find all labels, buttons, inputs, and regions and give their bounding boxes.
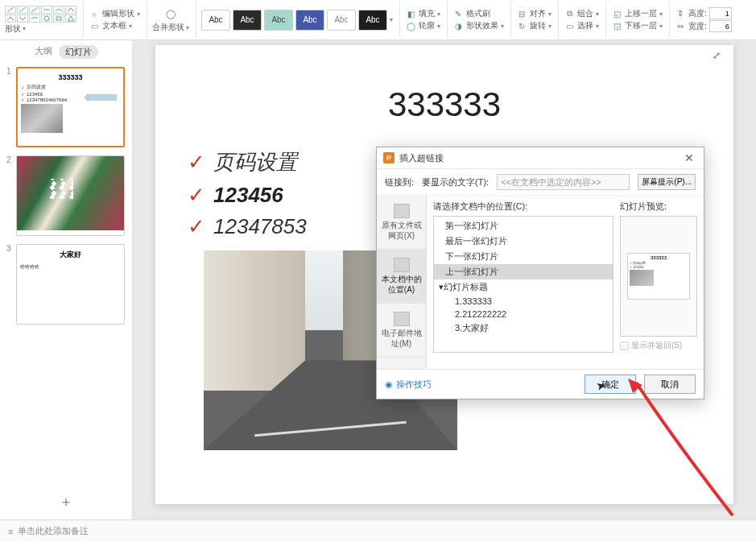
show-return-checkbox: 显示并返回(S) <box>620 340 697 351</box>
align-icon: ⊟ <box>516 8 527 19</box>
nav-this-document[interactable]: 本文档中的位置(A) <box>377 250 426 304</box>
tree-title-3[interactable]: 3.大家好 <box>434 321 613 336</box>
bring-forward-button[interactable]: ◱上移一层▾ <box>611 8 663 19</box>
thumbnail-2[interactable]: 2 <box>6 155 126 236</box>
add-slide-button[interactable]: + <box>0 486 132 519</box>
thumbnail-1[interactable]: 1 333333 ✓页码设置 ✓123456 ✓123478534667964 <box>6 67 126 147</box>
globe-icon <box>394 204 410 218</box>
tree-titles-group[interactable]: ▾幻灯片标题 <box>434 279 613 295</box>
dialog-nav: 原有文件或网页(X) 本文档中的位置(A) 电子邮件地址(M) <box>377 196 427 369</box>
thumb-number: 2 <box>6 155 13 236</box>
text-box-button[interactable]: ▭文本框▾ <box>89 20 140 31</box>
format-painter-button[interactable]: ✎格式刷 <box>452 8 504 19</box>
shape-label[interactable]: 形状▾ <box>5 23 76 35</box>
thumbnail-3[interactable]: 3 大家好 哈哈哈哈 <box>6 244 126 325</box>
bullet-text: 页码设置 <box>213 148 297 176</box>
nav-existing-file[interactable]: 原有文件或网页(X) <box>377 196 426 250</box>
thumb-flower-image <box>17 156 124 230</box>
merge-shapes-button[interactable]: 合并形状▾ <box>152 22 189 33</box>
text-box-icon: ▭ <box>89 20 100 31</box>
cancel-button[interactable]: 取消 <box>644 374 696 394</box>
line-style-grid[interactable] <box>5 6 76 23</box>
notes-placeholder: 单击此处添加备注 <box>18 525 89 537</box>
document-icon <box>394 258 410 272</box>
edit-shape-icon: ⟐ <box>89 8 100 19</box>
tree-next-slide[interactable]: 下一张幻灯片 <box>434 249 613 264</box>
styles-more[interactable]: ▾ <box>390 16 393 23</box>
thumb-title: 333333 <box>21 73 120 81</box>
preview-thumbnail: 333333 ✓ 页码设置 ✓ 123456 <box>627 253 690 300</box>
slides-tab[interactable]: 幻灯片 <box>59 45 98 59</box>
bullet-text: 12347853 <box>213 214 307 239</box>
dialog-body: 原有文件或网页(X) 本文档中的位置(A) 电子邮件地址(M) 请选择文档中的位… <box>377 196 704 369</box>
close-icon[interactable]: ✕ <box>681 151 697 164</box>
style-preset-3[interactable]: Abc <box>264 10 293 31</box>
merge-shapes-group: ◯ 合并形状▾ <box>152 2 196 38</box>
align-button[interactable]: ⊟对齐▾ <box>516 8 552 19</box>
size-group: ⇕高度: ⇔宽度: <box>675 2 738 38</box>
checkmark-icon: ✓ <box>188 183 205 208</box>
height-input[interactable] <box>709 7 732 19</box>
expand-icon[interactable]: ⤢ <box>713 50 721 61</box>
edit-shape-button[interactable]: ⟐编辑形状▾ <box>89 8 140 19</box>
rotate-button[interactable]: ↻旋转▾ <box>516 20 552 31</box>
tree-title-1[interactable]: 1.333333 <box>434 295 613 308</box>
dialog-footer: ◉ 操作技巧 确定 ➤ 取消 <box>377 369 704 399</box>
app-logo-icon: P <box>383 152 395 163</box>
tree-title-2[interactable]: 2.212222222 <box>434 308 613 321</box>
display-text-label: 要显示的文字(T): <box>422 176 489 188</box>
notes-icon: ≡ <box>8 527 13 536</box>
shape-styles-group: Abc Abc Abc Abc Abc Abc ▾ <box>201 2 400 38</box>
edit-shape-group: ⟐编辑形状▾ ▭文本框▾ <box>89 2 147 38</box>
svg-marker-6 <box>68 16 74 21</box>
tree-prev-slide[interactable]: 上一张幻灯片 <box>434 264 613 279</box>
outline-button[interactable]: ◯轮廓▾ <box>405 20 440 31</box>
display-text-input[interactable] <box>497 174 630 190</box>
preview-label: 幻灯片预览: <box>620 201 697 213</box>
screen-tip-button[interactable]: 屏幕提示(P)... <box>638 174 696 190</box>
tree-area: 请选择文档中的位置(C): 第一张幻灯片 最后一张幻灯片 下一张幻灯片 上一张幻… <box>433 201 613 364</box>
shape-effects-button[interactable]: ◑形状效果▾ <box>452 20 504 31</box>
width-input[interactable] <box>709 20 732 32</box>
arrange-group: ⊟对齐▾ ↻旋转▾ <box>516 2 559 38</box>
email-icon <box>394 312 410 326</box>
tree-last-slide[interactable]: 最后一张幻灯片 <box>434 234 613 249</box>
tree-first-slide[interactable]: 第一张幻灯片 <box>434 218 613 234</box>
checkmark-icon: ✓ <box>188 150 205 175</box>
dialog-titlebar[interactable]: P 插入超链接 ✕ <box>377 147 704 169</box>
notes-bar[interactable]: ≡ 单击此处添加备注 <box>0 519 756 542</box>
style-preset-5[interactable]: Abc <box>327 10 356 31</box>
style-preset-4[interactable]: Abc <box>295 10 324 31</box>
send-backward-button[interactable]: ◲下移一层▾ <box>611 20 663 31</box>
dialog-middle: 请选择文档中的位置(C): 第一张幻灯片 最后一张幻灯片 下一张幻灯片 上一张幻… <box>427 196 704 369</box>
outline-icon: ◯ <box>405 20 416 31</box>
svg-line-2 <box>31 7 38 12</box>
fill-button[interactable]: ◧填充▾ <box>405 8 440 19</box>
thumb-arrow-shape <box>89 94 117 101</box>
outline-tab[interactable]: 大纲 <box>35 45 52 59</box>
style-preset-1[interactable]: Abc <box>201 10 230 31</box>
slide-panel: 大纲 幻灯片 1 333333 ✓页码设置 ✓123456 ✓123478534… <box>0 40 133 519</box>
svg-line-0 <box>7 7 14 12</box>
lightbulb-icon: ◉ <box>385 379 393 390</box>
side-tabs: 大纲 幻灯片 <box>0 40 132 64</box>
place-tree[interactable]: 第一张幻灯片 最后一张幻灯片 下一张幻灯片 上一张幻灯片 ▾幻灯片标题 1.33… <box>433 216 613 353</box>
style-preset-2[interactable]: Abc <box>233 10 262 31</box>
link-to-row: 链接到: 要显示的文字(T): 屏幕提示(P)... <box>377 169 704 196</box>
group-button[interactable]: ⧉组合▾ <box>564 8 599 19</box>
dialog-title: 插入超链接 <box>399 152 444 164</box>
width-icon: ⇔ <box>675 21 686 32</box>
send-backward-icon: ◲ <box>611 20 622 31</box>
style-preset-6[interactable]: Abc <box>358 10 387 31</box>
preview-area: 幻灯片预览: 333333 ✓ 页码设置 ✓ 123456 显示并返回(S) <box>620 201 697 364</box>
rotate-icon: ↻ <box>516 20 527 31</box>
nav-email[interactable]: 电子邮件地址(M) <box>377 304 426 358</box>
tips-link[interactable]: ◉ 操作技巧 <box>385 379 432 391</box>
width-label: 宽度: <box>688 21 707 32</box>
show-return-input <box>620 341 629 350</box>
effects-icon: ◑ <box>452 20 464 31</box>
shape-lines-group: 形状▾ <box>5 2 84 38</box>
thumb-number: 3 <box>6 244 13 325</box>
ok-button[interactable]: 确定 <box>585 374 636 394</box>
select-button[interactable]: ▭选择▾ <box>564 20 599 31</box>
